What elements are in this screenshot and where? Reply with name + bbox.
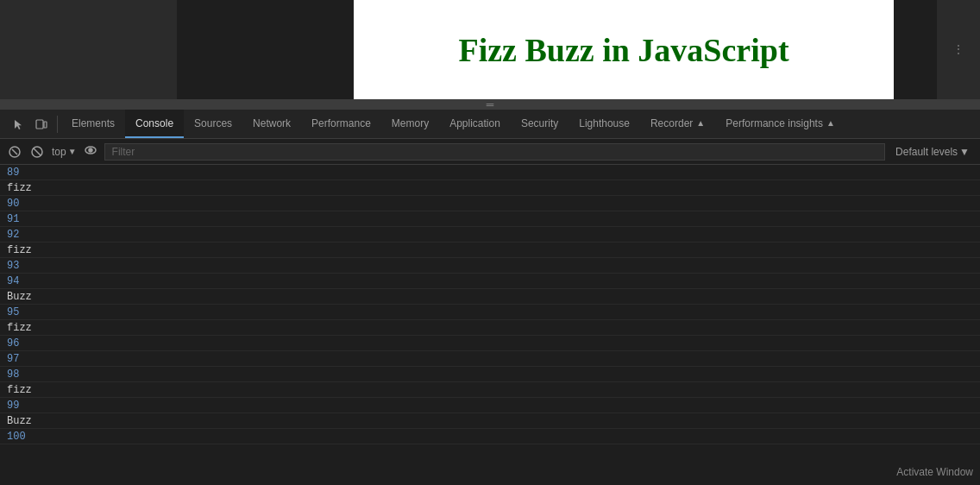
devtools-tabs: Elements Console Sources Network Perform… xyxy=(61,110,977,138)
tab-memory[interactable]: Memory xyxy=(381,110,439,138)
tab-performance-insights[interactable]: Performance insights ▲ xyxy=(715,110,845,138)
tab-elements[interactable]: Elements xyxy=(61,110,125,138)
console-line: 96 xyxy=(0,336,980,351)
svg-point-7 xyxy=(89,148,92,152)
default-levels-button[interactable]: Default levels ▼ xyxy=(892,146,973,158)
line-text: fizz xyxy=(7,182,32,194)
line-number: 89 xyxy=(7,167,33,179)
devtools-toolbar: Elements Console Sources Network Perform… xyxy=(0,110,980,139)
resize-handle[interactable]: ⋮ xyxy=(953,43,964,55)
console-line: 97 xyxy=(0,351,980,367)
eye-icon[interactable] xyxy=(84,143,97,161)
console-line: 92 xyxy=(0,227,980,243)
right-panel-dark: ⋮ xyxy=(937,0,980,99)
console-line: Buzz xyxy=(0,289,980,305)
tab-lighthouse[interactable]: Lighthouse xyxy=(569,110,640,138)
line-text: Buzz xyxy=(7,291,32,303)
console-line: Buzz xyxy=(0,413,980,429)
line-number: 92 xyxy=(7,229,33,241)
console-output[interactable]: 89fizz909192fizz9394Buzz95fizz969798fizz… xyxy=(0,165,980,485)
line-number: 98 xyxy=(7,368,33,381)
filter-input-wrapper xyxy=(104,143,885,161)
line-text: fizz xyxy=(7,322,32,334)
svg-line-3 xyxy=(12,149,17,154)
webpage-preview: Fizz Buzz in JavaScript xyxy=(354,0,894,99)
line-number: 97 xyxy=(7,353,33,365)
console-line: 91 xyxy=(0,211,980,227)
svg-rect-1 xyxy=(44,122,47,128)
line-number: 94 xyxy=(7,275,33,287)
drag-handle: ═ xyxy=(487,98,494,110)
line-number: 96 xyxy=(7,337,33,350)
svg-line-5 xyxy=(34,148,41,155)
tab-application[interactable]: Application xyxy=(439,110,511,138)
console-line: 94 xyxy=(0,274,980,289)
console-line: fizz xyxy=(0,320,980,336)
line-number: 99 xyxy=(7,400,33,412)
console-line: 98 xyxy=(0,367,980,382)
console-line: 100 xyxy=(0,429,980,444)
line-number: 95 xyxy=(7,306,33,318)
console-line: fizz xyxy=(0,382,980,398)
clear-console-icon[interactable] xyxy=(7,144,22,160)
console-line: 93 xyxy=(0,258,980,274)
line-text: fizz xyxy=(7,244,32,256)
console-line: 99 xyxy=(0,398,980,413)
console-line: 90 xyxy=(0,196,980,211)
block-icon[interactable] xyxy=(29,144,45,160)
tab-sources[interactable]: Sources xyxy=(184,110,242,138)
line-number: 100 xyxy=(7,431,33,443)
console-toolbar: top ▼ Default levels ▼ xyxy=(0,139,980,165)
cursor-icon[interactable] xyxy=(10,116,28,133)
svg-rect-0 xyxy=(36,120,43,129)
tab-recorder[interactable]: Recorder ▲ xyxy=(640,110,715,138)
line-number: 93 xyxy=(7,260,33,272)
tab-security[interactable]: Security xyxy=(511,110,569,138)
left-panel-dark xyxy=(0,0,177,99)
line-text: fizz xyxy=(7,384,32,396)
toolbar-icons xyxy=(3,116,58,133)
tab-performance[interactable]: Performance xyxy=(301,110,381,138)
console-line: 95 xyxy=(0,305,980,320)
context-selector[interactable]: top ▼ xyxy=(52,146,77,158)
tab-console[interactable]: Console xyxy=(125,110,184,138)
console-line: fizz xyxy=(0,180,980,196)
line-number: 91 xyxy=(7,213,33,225)
console-line: 89 xyxy=(0,165,980,180)
line-number: 90 xyxy=(7,198,33,210)
line-text: Buzz xyxy=(7,415,32,427)
device-icon[interactable] xyxy=(33,116,50,133)
windows-watermark: Activate Window xyxy=(896,466,973,478)
console-line: fizz xyxy=(0,243,980,258)
drag-bar[interactable]: ═ xyxy=(0,99,980,110)
filter-input[interactable] xyxy=(104,143,885,161)
tab-network[interactable]: Network xyxy=(242,110,301,138)
top-area: Fizz Buzz in JavaScript ⋮ xyxy=(0,0,980,99)
webpage-title: Fizz Buzz in JavaScript xyxy=(458,31,788,69)
